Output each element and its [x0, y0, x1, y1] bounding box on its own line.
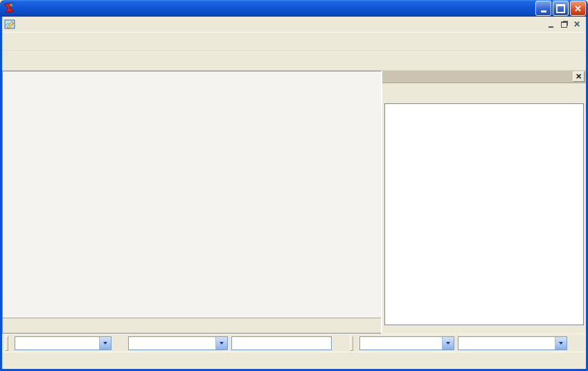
selection-toolbar [2, 334, 586, 352]
scope-combo[interactable] [359, 336, 454, 350]
value-input[interactable] [231, 336, 332, 350]
document-icon [3, 19, 16, 30]
field-combo-arrow-icon[interactable] [99, 337, 111, 350]
project-pane-header: ✕ [382, 71, 586, 83]
project-tree [384, 103, 584, 325]
project-toolbar [382, 83, 586, 103]
child-restore-button[interactable] [558, 19, 569, 29]
child-close-button[interactable]: ✕ [571, 19, 582, 29]
buffer-combo-arrow-icon[interactable] [555, 337, 567, 350]
main-toolbar [2, 32, 586, 51]
project-pane: ✕ [382, 71, 586, 334]
method-combo-value [129, 337, 215, 350]
app-window: ✕ ✕ ✕ [0, 0, 588, 371]
minimize-button[interactable] [535, 1, 551, 16]
not-toggle[interactable] [115, 341, 125, 345]
title-bar: ✕ [0, 0, 588, 17]
menu-bar: ✕ [2, 17, 586, 32]
map-canvas[interactable] [3, 71, 381, 318]
buffer-combo[interactable] [458, 336, 567, 350]
status-bar [2, 352, 586, 369]
layer-tab-strip [3, 318, 381, 333]
scope-combo-arrow-icon[interactable] [442, 337, 454, 350]
child-minimize-button[interactable] [545, 19, 556, 29]
map-window [2, 71, 382, 334]
project-pane-footer [382, 327, 586, 334]
method-combo[interactable] [128, 336, 228, 350]
app-logo-icon [3, 2, 15, 15]
field-combo[interactable] [15, 336, 112, 350]
method-combo-arrow-icon[interactable] [215, 337, 227, 350]
maximize-button[interactable] [553, 1, 569, 16]
format-toolbar [2, 51, 586, 71]
close-button[interactable]: ✕ [570, 1, 586, 16]
scope-combo-value [360, 337, 442, 350]
buffer-combo-value [458, 337, 555, 350]
select-button[interactable] [335, 341, 345, 345]
field-combo-value [15, 337, 99, 350]
project-pane-close-icon[interactable]: ✕ [573, 71, 585, 82]
